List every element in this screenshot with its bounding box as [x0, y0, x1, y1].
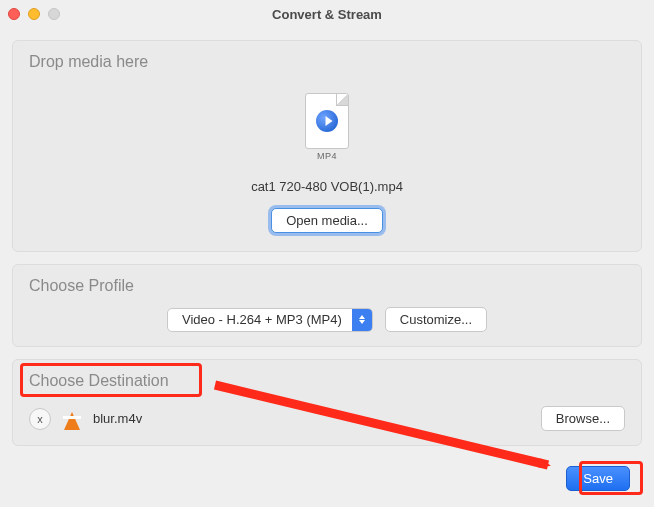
titlebar: Convert & Stream [0, 0, 654, 28]
remove-destination-button[interactable]: x [29, 408, 51, 430]
window-title: Convert & Stream [0, 7, 654, 22]
drop-media-title: Drop media here [29, 53, 625, 71]
browse-button[interactable]: Browse... [541, 406, 625, 431]
chevron-updown-icon [352, 309, 372, 331]
save-button[interactable]: Save [566, 466, 630, 491]
choose-destination-title: Choose Destination [29, 372, 625, 390]
profile-select-value: Video - H.264 + MP3 (MP4) [168, 312, 352, 327]
choose-profile-title: Choose Profile [29, 277, 625, 295]
destination-filename: blur.m4v [93, 411, 142, 426]
drop-area[interactable]: MP4 cat1 720-480 VOB(1).mp4 Open media..… [29, 79, 625, 237]
choose-destination-panel: Choose Destination x blur.m4v Browse... [12, 359, 642, 446]
customize-button[interactable]: Customize... [385, 307, 487, 332]
file-extension-label: MP4 [29, 151, 625, 161]
choose-profile-panel: Choose Profile Video - H.264 + MP3 (MP4)… [12, 264, 642, 347]
file-icon [305, 93, 349, 149]
dropped-filename: cat1 720-480 VOB(1).mp4 [29, 179, 625, 194]
footer-row: Save [12, 458, 642, 491]
profile-select[interactable]: Video - H.264 + MP3 (MP4) [167, 308, 373, 332]
vlc-cone-icon [61, 408, 83, 430]
quicktime-icon [316, 110, 338, 132]
drop-media-panel: Drop media here MP4 cat1 720-480 VOB(1).… [12, 40, 642, 252]
open-media-button[interactable]: Open media... [271, 208, 383, 233]
